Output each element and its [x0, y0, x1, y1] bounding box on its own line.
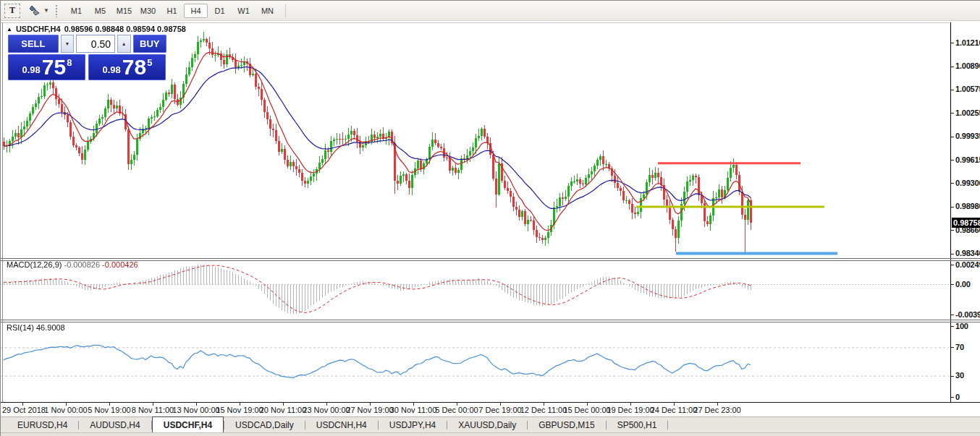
toolbar-grip-handle[interactable]: [55, 4, 59, 17]
lot-decrease-button[interactable]: ▼: [61, 35, 74, 53]
tab-gbpusd-m15[interactable]: GBPUSD,M15: [528, 418, 605, 432]
rsi-tick-label: 0: [955, 393, 960, 401]
tab-xauusd-daily[interactable]: XAUUSD,Daily: [447, 418, 527, 432]
lot-increase-button[interactable]: ▲: [117, 35, 130, 53]
pane-separator[interactable]: [1, 320, 980, 320]
macd-tick-mark: [951, 315, 954, 315]
tab-audusd-h4[interactable]: AUDUSD,H4: [79, 418, 151, 432]
timeframe-button-h4[interactable]: H4: [184, 4, 208, 18]
price-tick-mark: [951, 67, 954, 67]
timeframe-buttons: M1M5M15M30H1H4D1W1MN: [64, 4, 279, 18]
timeframe-button-m5[interactable]: M5: [88, 4, 112, 18]
price-tick-label: 0.98340: [955, 249, 980, 257]
collapse-triangle-icon[interactable]: ▲: [7, 26, 12, 33]
status-strip: [1, 432, 980, 436]
price-tick-label: 1.00575: [955, 85, 980, 93]
price-tick-label: 1.01210: [955, 38, 980, 47]
current-price-badge: 0.98758: [952, 218, 980, 228]
buy-price-box[interactable]: 0.98 78 5: [88, 54, 166, 80]
timeframe-button-m15[interactable]: M15: [112, 4, 136, 18]
chevron-down-icon: ▼: [43, 7, 49, 14]
sell-button[interactable]: SELL: [8, 35, 59, 53]
macd-indicator-label: MACD(12,26,9) -0.000826 -0.000426: [7, 260, 138, 269]
toolbar: T ▼ M1M5M15M30H1H4D1W1MN: [1, 1, 980, 21]
tab-usdchf-h4[interactable]: USDCHF,H4: [152, 416, 224, 432]
tab-usdcnh-h4[interactable]: USDCNH,H4: [305, 418, 378, 432]
sell-price-prefix: 0.98: [22, 64, 41, 75]
macd-tick-label: -0.003913: [955, 310, 980, 319]
timeframe-button-m1[interactable]: M1: [64, 4, 88, 18]
macd-tick-mark: [951, 265, 954, 265]
rsi-indicator-label: RSI(14) 46.9008: [7, 323, 65, 332]
macd-tick-mark: [951, 284, 954, 285]
sell-price-big: 75: [42, 56, 66, 78]
buy-price-pip: 5: [147, 57, 152, 68]
pane-separator[interactable]: [1, 322, 980, 322]
buy-price-prefix: 0.98: [103, 64, 121, 75]
buy-price-big: 78: [122, 56, 146, 78]
chart-tab-bar: EURUSD,H4AUDUSD,H4USDCHF,H4USDCAD,DailyU…: [1, 416, 980, 432]
pane-separator[interactable]: [1, 260, 980, 261]
timeframe-button-h1[interactable]: H1: [160, 4, 184, 18]
rsi-tick-label: 100: [955, 322, 968, 330]
macd-signal-value: -0.000426: [102, 260, 138, 269]
price-tick-label: 1.00255: [955, 108, 980, 117]
tab-eurusd-h4[interactable]: EURUSD,H4: [7, 418, 78, 432]
macd-main-value: -0.000826: [64, 260, 100, 269]
macd-tick-label: 0.002492: [955, 260, 980, 269]
chart-ohlc-values: 0.98596 0.98848 0.98594 0.98758: [64, 25, 186, 33]
price-tick-label: 0.98980: [955, 202, 980, 210]
rsi-tick-mark: [951, 376, 954, 377]
timeframe-button-w1[interactable]: W1: [232, 4, 255, 18]
chart-window: ▲ USDCHF,H4 0.98596 0.98848 0.98594 0.98…: [1, 21, 980, 416]
lot-size-input[interactable]: [76, 35, 115, 53]
price-tick-label: 0.99935: [955, 132, 980, 140]
price-axis[interactable]: 1.012101.008901.005751.002550.999350.996…: [951, 21, 980, 403]
tab-usdcad-daily[interactable]: USDCAD,Daily: [224, 418, 305, 432]
buy-button[interactable]: BUY: [133, 35, 166, 53]
price-tick-label: 0.99300: [955, 179, 980, 187]
price-tick-mark: [951, 207, 954, 208]
price-tick-mark: [951, 137, 954, 137]
price-tick-mark: [951, 160, 954, 161]
time-axis[interactable]: 29 Oct 20181 Nov 00:005 Nov 19:008 Nov 1…: [1, 403, 980, 416]
pane-separator[interactable]: [1, 258, 980, 259]
one-click-trade-panel: SELL ▼ ▲ BUY 0.98 75 8 0.98 78 5: [8, 35, 166, 80]
time-tick-label: 27 Dec 23:00: [685, 406, 750, 414]
chart-symbol-period: USDCHF,H4: [16, 25, 61, 33]
rsi-tick-label: 70: [955, 343, 964, 351]
toolbar-separator: [285, 4, 286, 17]
rsi-value: 46.9008: [36, 323, 65, 332]
timeframe-button-d1[interactable]: D1: [208, 4, 232, 18]
rsi-tick-label: 30: [955, 371, 964, 380]
chart-title: ▲ USDCHF,H4 0.98596 0.98848 0.98594 0.98…: [7, 25, 186, 33]
price-tick-mark: [951, 43, 954, 43]
chart-objects-tool-button[interactable]: ▼: [26, 4, 51, 18]
sell-price-box[interactable]: 0.98 75 8: [8, 54, 85, 80]
macd-name: MACD(12,26,9): [7, 260, 62, 269]
sell-price-pip: 8: [67, 57, 72, 68]
price-tick-mark: [951, 183, 954, 184]
price-tick-mark: [951, 254, 954, 255]
tab-separator: [667, 421, 668, 429]
diamond-shapes-icon: [28, 4, 42, 17]
price-tick-label: 0.99615: [955, 155, 980, 164]
trading-platform-window: { "toolbar": { "text_tool_label": "T", "…: [0, 0, 980, 436]
text-label-tool-button[interactable]: T: [4, 4, 20, 18]
price-tick-label: 1.00890: [955, 61, 980, 70]
tab-usdjpy-h4[interactable]: USDJPY,H4: [379, 418, 447, 432]
rsi-tick-mark: [951, 326, 954, 327]
rsi-tick-mark: [951, 347, 954, 348]
price-tick-mark: [951, 230, 954, 231]
timeframe-button-mn[interactable]: MN: [255, 4, 279, 18]
rsi-tick-mark: [951, 397, 954, 398]
rsi-name: RSI(14): [7, 323, 34, 332]
timeframe-button-m30[interactable]: M30: [136, 4, 160, 18]
price-tick-mark: [951, 90, 954, 90]
macd-tick-label: 0.00: [955, 280, 971, 288]
price-tick-mark: [951, 113, 954, 114]
tab-sp500-h1[interactable]: SP500,H1: [607, 418, 668, 432]
